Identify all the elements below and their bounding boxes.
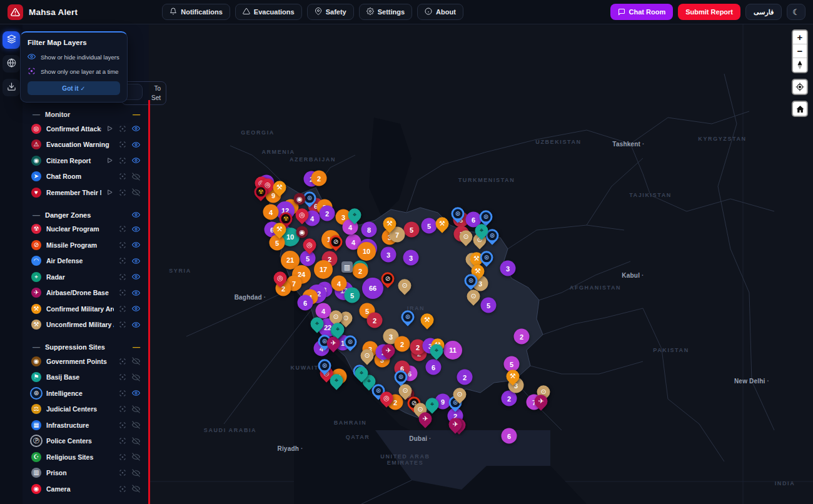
focus-icon[interactable]	[119, 485, 126, 493]
play-icon[interactable]	[106, 189, 113, 196]
eye-off-icon[interactable]	[132, 373, 140, 381]
map-marker-bullseye[interactable]: ◎	[377, 389, 396, 408]
layer-item-unconfirmed-military-areas[interactable]: ⚒Unconfirmed Military Areas	[29, 317, 143, 333]
map-cluster-marker[interactable]: 17	[314, 260, 333, 279]
eye-icon[interactable]	[132, 321, 140, 329]
eye-icon[interactable]	[132, 389, 140, 397]
nav-settings-button[interactable]: Settings	[359, 4, 412, 20]
eye-icon[interactable]	[132, 211, 140, 219]
collapse-dash-icon[interactable]: —	[33, 343, 40, 351]
compass-needle-icon[interactable]	[793, 58, 807, 72]
map-marker-bullseye[interactable]: ◎	[300, 236, 319, 255]
language-toggle-button[interactable]: فارسی	[745, 4, 782, 20]
focus-icon[interactable]	[119, 141, 126, 148]
map-marker-citizen[interactable]: ◉	[296, 226, 308, 238]
focus-icon[interactable]	[119, 358, 126, 365]
home-icon[interactable]	[792, 101, 808, 117]
play-icon[interactable]	[106, 157, 113, 164]
map-marker-radar[interactable]: ⌖	[308, 315, 326, 333]
collapse-dash-icon[interactable]: —	[33, 211, 40, 219]
eye-icon[interactable]	[132, 273, 140, 281]
eye-icon[interactable]	[132, 305, 140, 313]
eye-icon[interactable]	[132, 156, 140, 164]
layer-item-radar[interactable]: ⌖Radar	[29, 269, 143, 285]
layer-item-chat-room[interactable]: ➤Chat Room	[29, 169, 143, 185]
map-marker-key[interactable]: ⊙	[457, 228, 475, 246]
map-cluster-marker[interactable]: 2	[311, 171, 327, 186]
got-it-button[interactable]: Got it ✓	[28, 81, 120, 95]
map-marker-jet[interactable]: ✈	[532, 392, 550, 411]
map-marker-radar[interactable]: ⌖	[327, 371, 346, 390]
map-cluster-marker[interactable]: 3	[500, 261, 516, 276]
layer-item-citizen-report[interactable]: ◉Citizen Report	[29, 153, 143, 169]
layer-item-evacuation-warning[interactable]: ⚠Evacuation Warning	[29, 137, 143, 153]
map-cluster-marker[interactable]: 4	[263, 204, 279, 220]
eye-off-icon[interactable]	[132, 188, 140, 196]
map-cluster-marker[interactable]: 66	[362, 278, 383, 299]
map-marker-radar[interactable]: ⌖	[352, 364, 371, 383]
map-marker-radar[interactable]: ⌖	[472, 221, 491, 240]
focus-icon[interactable]	[119, 273, 126, 281]
map-cluster-marker[interactable]: 2	[320, 206, 335, 221]
map-cluster-marker[interactable]: 11	[443, 341, 462, 360]
layer-item-government-points[interactable]: ◉Government Points	[29, 353, 143, 370]
focus-icon[interactable]	[119, 405, 126, 413]
map-marker-tools[interactable]: ⚒	[380, 214, 399, 233]
map-marker-jet[interactable]: ✈	[446, 415, 465, 434]
focus-icon[interactable]	[119, 189, 126, 196]
layer-item-camera[interactable]: ◉Camera	[29, 481, 143, 497]
eye-off-icon[interactable]	[132, 357, 140, 365]
rail-download-icon[interactable]	[3, 79, 20, 96]
locate-icon[interactable]	[792, 79, 808, 95]
layer-item-remember-their-names[interactable]: ♥Remember Their Names	[29, 184, 143, 201]
map-marker-citizen[interactable]: ◉	[294, 193, 306, 205]
map-cluster-marker[interactable]: 3	[403, 250, 419, 266]
focus-icon[interactable]	[119, 125, 126, 133]
eye-off-icon[interactable]	[132, 437, 140, 445]
layer-item-judicial-centers[interactable]: ⚖Judicial Centers	[29, 401, 143, 418]
focus-icon[interactable]	[119, 390, 126, 397]
eye-icon[interactable]	[132, 124, 140, 133]
focus-icon[interactable]	[119, 257, 126, 265]
eye-icon[interactable]	[132, 241, 140, 249]
focus-icon[interactable]	[119, 373, 126, 381]
focus-icon[interactable]	[119, 225, 126, 233]
map-marker-jet[interactable]: ✈	[324, 334, 343, 353]
eye-off-icon[interactable]	[132, 405, 140, 413]
focus-icon[interactable]	[119, 289, 126, 296]
rail-layers-icon[interactable]	[3, 31, 20, 49]
map-cluster-marker[interactable]: 10	[357, 242, 376, 261]
nav-notifications-button[interactable]: Notifications	[162, 4, 230, 20]
chat-room-button[interactable]: Chat Room	[610, 4, 674, 20]
map-cluster-marker[interactable]: 2	[367, 313, 383, 328]
map-canvas[interactable]: GEORGIAARMENIAAZERBAIJANTURKMENISTANUZBE…	[149, 24, 813, 504]
map-cluster-marker[interactable]: 3	[381, 247, 396, 263]
map-cluster-marker[interactable]: 6	[502, 428, 517, 444]
layer-item-basij-base[interactable]: ⚑Basij Base	[29, 370, 143, 386]
rail-globe-icon[interactable]	[3, 55, 20, 73]
focus-icon[interactable]	[119, 157, 126, 164]
map-cluster-marker[interactable]: 5	[404, 222, 420, 238]
map-cluster-marker[interactable]: 5	[270, 235, 285, 251]
map-marker-bullseye[interactable]: ◎	[293, 206, 311, 224]
map-marker-tools[interactable]: ⚒	[270, 178, 289, 197]
collapse-icon[interactable]: —	[133, 110, 140, 119]
focus-icon[interactable]	[119, 437, 126, 445]
submit-report-button[interactable]: Submit Report	[678, 4, 740, 20]
map-cluster-marker[interactable]: 6	[426, 360, 442, 375]
focus-icon[interactable]	[119, 453, 126, 461]
eye-off-icon[interactable]	[132, 173, 140, 181]
eye-icon[interactable]	[132, 257, 140, 265]
zoom-out-button[interactable]: −	[793, 44, 807, 58]
layer-item-confirmed-military-areas[interactable]: ⚒Confirmed Military Areas	[29, 301, 143, 317]
eye-icon[interactable]	[132, 141, 140, 149]
zoom-in-button[interactable]: +	[793, 31, 807, 44]
map-marker-tools[interactable]: ⚒	[418, 311, 437, 330]
obscured-buttons[interactable]: ToSet	[121, 81, 166, 105]
layer-item-religious-sites[interactable]: ☪Religious Sites	[29, 449, 143, 465]
nav-evacuations-button[interactable]: Evacuations	[235, 4, 302, 20]
map-marker-key[interactable]: ⊙	[395, 276, 414, 295]
map-cluster-marker[interactable]: 5	[345, 288, 360, 303]
layer-item-air-defense[interactable]: ◠Air Defense	[29, 253, 143, 270]
nav-about-button[interactable]: About	[417, 4, 463, 20]
